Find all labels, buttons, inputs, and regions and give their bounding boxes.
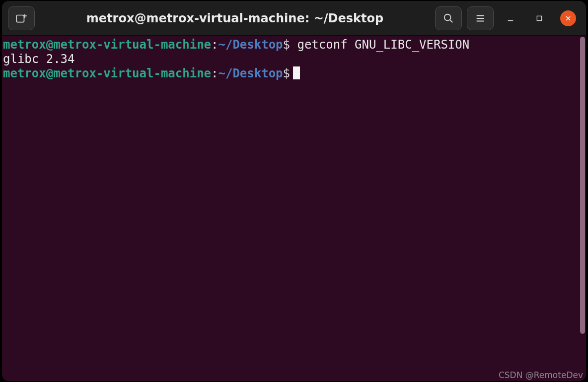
watermark: CSDN @RemoteDev xyxy=(499,370,583,380)
command-text xyxy=(290,38,297,52)
prompt-user: metrox@metrox-virtual-machine xyxy=(3,38,211,52)
prompt-path: ~/Desktop xyxy=(218,38,283,52)
svg-rect-0 xyxy=(16,15,24,22)
terminal-line: metrox@metrox-virtual-machine:~/Desktop$ xyxy=(3,66,578,81)
terminal-window: metrox@metrox-virtual-machine: ~/Desktop xyxy=(2,1,586,381)
maximize-button[interactable] xyxy=(527,6,551,30)
search-button[interactable] xyxy=(435,6,462,30)
new-tab-button[interactable] xyxy=(8,6,35,30)
terminal-area: metrox@metrox-virtual-machine:~/Desktop$… xyxy=(2,36,586,381)
terminal-content[interactable]: metrox@metrox-virtual-machine:~/Desktop$… xyxy=(2,36,579,381)
output-line: glibc 2.34 xyxy=(3,52,578,66)
scrollbar[interactable] xyxy=(579,36,586,381)
hamburger-icon xyxy=(475,13,486,24)
svg-line-4 xyxy=(450,19,453,22)
prompt-symbol: $ xyxy=(283,38,290,52)
window-title: metrox@metrox-virtual-machine: ~/Desktop xyxy=(86,11,383,25)
new-tab-icon xyxy=(15,12,28,25)
prompt-colon: : xyxy=(211,38,218,52)
prompt-symbol: $ xyxy=(283,66,290,80)
minimize-icon xyxy=(506,14,515,23)
maximize-icon xyxy=(535,14,543,22)
cursor xyxy=(293,66,300,79)
close-icon xyxy=(565,15,572,22)
svg-point-3 xyxy=(444,14,451,20)
menu-button[interactable] xyxy=(467,6,494,30)
prompt-user: metrox@metrox-virtual-machine xyxy=(3,66,211,80)
titlebar: metrox@metrox-virtual-machine: ~/Desktop xyxy=(2,1,586,36)
svg-rect-9 xyxy=(537,16,541,20)
scrollbar-thumb[interactable] xyxy=(580,37,585,334)
minimize-button[interactable] xyxy=(499,6,522,30)
search-icon xyxy=(443,13,454,24)
terminal-line: metrox@metrox-virtual-machine:~/Desktop$… xyxy=(3,38,578,52)
close-button[interactable] xyxy=(556,6,580,30)
command-text: getconf GNU_LIBC_VERSION xyxy=(297,38,469,52)
prompt-colon: : xyxy=(211,66,218,80)
prompt-path: ~/Desktop xyxy=(218,66,283,80)
